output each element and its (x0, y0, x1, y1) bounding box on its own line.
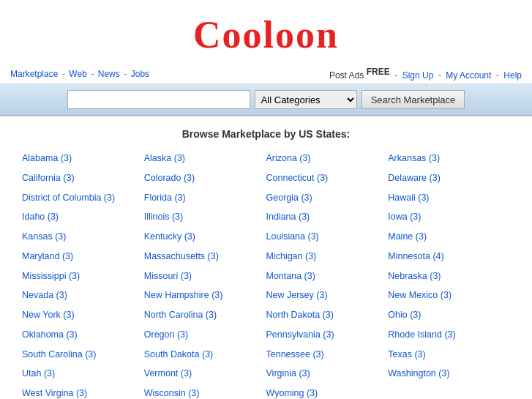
left-nav: Marketplace - Web - News - Jobs (10, 68, 149, 79)
state-link[interactable]: Idaho (3) (22, 209, 144, 225)
search-input[interactable] (67, 90, 250, 109)
state-link[interactable]: Hawaii (3) (388, 190, 510, 206)
nav-jobs[interactable]: Jobs (131, 69, 149, 79)
state-link[interactable]: Arkansas (3) (388, 150, 510, 167)
state-link[interactable]: West Virgina (3) (22, 385, 144, 399)
state-link[interactable]: Ohio (3) (388, 307, 510, 324)
state-link[interactable]: Utah (3) (22, 365, 144, 382)
state-link[interactable]: North Carolina (3) (144, 307, 266, 324)
state-link[interactable]: Indiana (3) (266, 209, 389, 225)
search-button[interactable]: Search Marketplace (361, 90, 465, 109)
state-link[interactable]: Louisiana (3) (266, 228, 389, 245)
state-link[interactable]: Delaware (3) (388, 170, 510, 187)
state-link[interactable]: New Mexico (3) (388, 287, 510, 304)
nav-post-ads[interactable]: Post Ads FREE (329, 70, 390, 81)
state-link[interactable]: Oregon (3) (144, 327, 266, 343)
sep1: - (62, 69, 67, 79)
state-link[interactable]: South Dakota (3) (144, 346, 266, 363)
state-link[interactable]: Washington (3) (388, 365, 510, 382)
nav-my-account[interactable]: My Account (446, 70, 491, 81)
state-link[interactable]: Alaska (3) (144, 150, 266, 167)
sep5: - (438, 70, 443, 81)
state-link[interactable]: California (3) (22, 170, 144, 187)
state-link[interactable]: South Carolina (3) (22, 346, 144, 363)
state-link[interactable]: Oklahoma (3) (22, 327, 144, 343)
state-link[interactable]: Pennsylvania (3) (266, 327, 389, 343)
state-link[interactable]: Arizona (3) (266, 150, 389, 167)
state-link[interactable]: Vermont (3) (144, 365, 266, 382)
nav-sign-up[interactable]: Sign Up (402, 70, 434, 81)
right-nav: Post Ads FREE - Sign Up - My Account - H… (329, 67, 522, 81)
nav-web[interactable]: Web (69, 69, 86, 79)
state-link[interactable]: Kentucky (3) (144, 228, 266, 245)
sep2: - (91, 69, 96, 79)
site-logo: Cooloon (0, 13, 532, 56)
state-link[interactable]: Georgia (3) (266, 190, 389, 206)
search-bar: All CategoriesAntiquesArtBabyBooksBusine… (0, 84, 532, 116)
state-link[interactable]: Minnesota (4) (388, 248, 510, 265)
state-link[interactable]: Kansas (3) (22, 228, 144, 245)
state-link[interactable]: Nevada (3) (22, 287, 144, 304)
category-select[interactable]: All CategoriesAntiquesArtBabyBooksBusine… (255, 90, 357, 109)
states-grid: Alabama (3)Alaska (3)Arizona (3)Arkansas… (15, 150, 517, 399)
state-link[interactable]: Texas (3) (388, 346, 510, 363)
top-nav: Marketplace - Web - News - Jobs Post Ads… (0, 64, 532, 84)
state-link[interactable]: Wisconsin (3) (144, 385, 266, 399)
nav-news[interactable]: News (98, 69, 120, 79)
sep4: - (394, 70, 400, 81)
state-link[interactable]: District of Columbia (3) (22, 190, 144, 206)
state-link[interactable]: Florida (3) (144, 190, 266, 206)
nav-marketplace[interactable]: Marketplace (10, 69, 58, 79)
state-link[interactable]: Montana (3) (266, 268, 389, 285)
state-link[interactable]: New York (3) (22, 307, 144, 324)
browse-title: Browse Marketplace by US States: (15, 128, 517, 140)
state-link[interactable]: Iowa (3) (388, 209, 510, 225)
state-link[interactable]: Rhode Island (3) (388, 327, 510, 343)
state-link[interactable]: New Hampshire (3) (144, 287, 266, 304)
state-link[interactable]: Virginia (3) (266, 365, 389, 382)
state-link[interactable]: Colorado (3) (144, 170, 266, 187)
state-link[interactable]: Alabama (3) (22, 150, 144, 167)
nav-help[interactable]: Help (503, 70, 522, 81)
state-link[interactable]: North Dakota (3) (266, 307, 389, 324)
main-content: Browse Marketplace by US States: Alabama… (0, 116, 532, 399)
state-link[interactable]: Wyoming (3) (266, 385, 389, 399)
state-link[interactable]: Tennessee (3) (266, 346, 389, 363)
header: Cooloon (0, 0, 532, 64)
sep3: - (124, 69, 129, 79)
state-link[interactable]: Nebraska (3) (388, 268, 510, 285)
free-badge: FREE (367, 67, 390, 77)
state-link[interactable]: Massachusetts (3) (144, 248, 266, 265)
state-link[interactable]: Illinois (3) (144, 209, 266, 225)
state-link[interactable]: Maryland (3) (22, 248, 144, 265)
state-link[interactable]: Maine (3) (388, 228, 510, 245)
state-link[interactable]: Michigan (3) (266, 248, 389, 265)
sep6: - (496, 70, 501, 81)
state-link[interactable]: New Jersey (3) (266, 287, 389, 304)
state-link[interactable]: Missouri (3) (144, 268, 266, 285)
state-link[interactable]: Connecticut (3) (266, 170, 389, 187)
state-link[interactable]: Mississippi (3) (22, 268, 144, 285)
state-link[interactable] (388, 385, 510, 399)
